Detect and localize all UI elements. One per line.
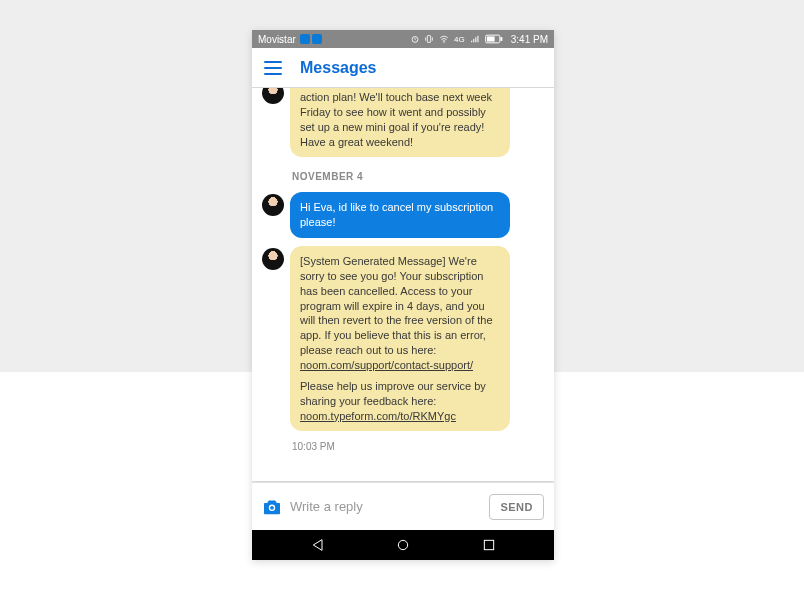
signal-icon [469, 34, 481, 44]
message-row: action plan! We'll touch base next week … [262, 88, 544, 157]
status-bar: Movistar 4G 3:41 PM [252, 30, 554, 48]
date-separator: NOVEMBER 4 [262, 165, 544, 184]
android-nav-bar [252, 530, 554, 560]
alarm-icon [410, 34, 420, 44]
page-title: Messages [300, 59, 377, 77]
nav-home-button[interactable] [383, 530, 423, 560]
network-4g-label: 4G [454, 35, 465, 44]
reply-input[interactable] [290, 499, 481, 514]
coach-message-bubble: action plan! We'll touch base next week … [290, 88, 510, 157]
chat-scroll-area[interactable]: action plan! We'll touch base next week … [252, 88, 554, 481]
system-message-text-2: Please help us improve our service by sh… [300, 380, 486, 407]
battery-icon [485, 34, 503, 44]
nav-recent-button[interactable] [469, 530, 509, 560]
user-message-bubble: Hi Eva, id like to cancel my subscriptio… [290, 192, 510, 238]
send-button[interactable]: SEND [489, 494, 544, 520]
system-message-bubble: [System Generated Message] We're sorry t… [290, 246, 510, 431]
user-message-text: Hi Eva, id like to cancel my subscriptio… [300, 201, 493, 228]
status-right-icons: 4G 3:41 PM [410, 34, 548, 45]
svg-rect-5 [500, 37, 502, 41]
status-clock: 3:41 PM [511, 34, 548, 45]
carrier-mini-icons [300, 34, 322, 44]
phone-frame: Movistar 4G 3:41 PM Messages [252, 30, 554, 560]
camera-icon[interactable] [262, 499, 282, 515]
svg-rect-4 [487, 36, 495, 41]
wifi-icon [438, 34, 450, 44]
app-header: Messages [252, 48, 554, 88]
coach-message-text: action plan! We'll touch base next week … [300, 91, 492, 148]
message-row: Hi Eva, id like to cancel my subscriptio… [262, 192, 544, 238]
status-carrier: Movistar [258, 34, 322, 45]
feedback-link[interactable]: noom.typeform.com/to/RKMYgc [300, 410, 456, 422]
reply-bar: SEND [252, 482, 554, 530]
support-link[interactable]: noom.com/support/contact-support/ [300, 359, 473, 371]
avatar [262, 194, 284, 216]
nav-back-button[interactable] [298, 530, 338, 560]
menu-icon[interactable] [264, 57, 286, 79]
svg-rect-1 [427, 36, 430, 43]
svg-point-8 [398, 540, 407, 549]
svg-rect-9 [484, 540, 493, 549]
system-message-text-1: [System Generated Message] We're sorry t… [300, 255, 493, 356]
message-row: [System Generated Message] We're sorry t… [262, 246, 544, 431]
avatar [262, 88, 284, 104]
svg-point-7 [270, 505, 274, 509]
svg-point-2 [443, 42, 444, 43]
message-timestamp: 10:03 PM [262, 441, 544, 452]
carrier-mini-icon-1 [300, 34, 310, 44]
avatar [262, 248, 284, 270]
carrier-mini-icon-2 [312, 34, 322, 44]
carrier-label: Movistar [258, 34, 296, 45]
vibrate-icon [424, 34, 434, 44]
